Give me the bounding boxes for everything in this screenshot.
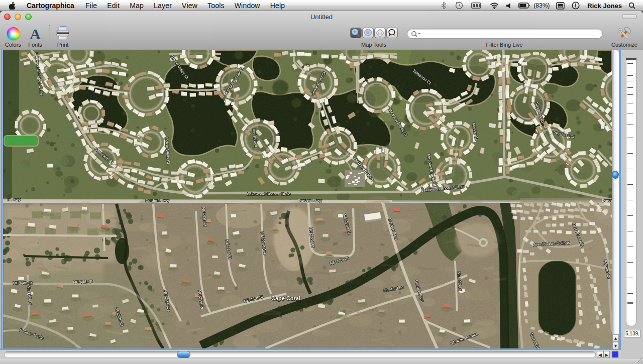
svg-text:Durden Pkwy: Durden Pkwy (145, 198, 169, 203)
svg-text:Lakewood Shores Circle: Lakewood Shores Circle (247, 192, 291, 196)
svg-text:Durden Pkwy: Durden Pkwy (298, 198, 322, 203)
svg-text:n Pkwy: n Pkwy (8, 197, 21, 202)
svg-text:Cape Coral: Cape Coral (271, 295, 300, 301)
svg-text:NE 44th St: NE 44th St (13, 281, 33, 285)
svg-text:i: i (367, 30, 369, 35)
svg-text:Durden Pkwy: Durden Pkwy (602, 198, 612, 203)
